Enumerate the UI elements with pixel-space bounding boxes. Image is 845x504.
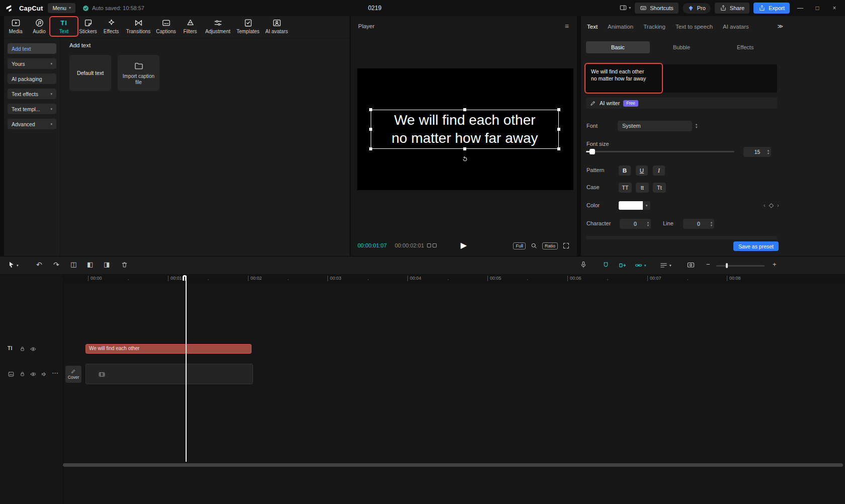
color-picker[interactable]: ▾: [619, 201, 650, 210]
video-clip[interactable]: [86, 364, 253, 384]
tab-ai-avatars[interactable]: AI avatars: [723, 24, 749, 30]
timeline-zoom-slider[interactable]: [716, 265, 765, 267]
selection-handle[interactable]: [369, 147, 372, 150]
cover-button[interactable]: Cover: [65, 366, 81, 383]
menu-button[interactable]: Menu ▾: [48, 3, 75, 13]
font-size-stepper[interactable]: ▴▾: [768, 149, 769, 155]
case-lower-button[interactable]: tt: [636, 183, 649, 193]
chevron-down-icon[interactable]: ▾: [644, 264, 646, 267]
trim-right-icon[interactable]: ◨: [104, 261, 110, 268]
character-spacing-value[interactable]: 0 ▴▾: [620, 219, 651, 229]
sidebar-item-yours[interactable]: Yours▾: [8, 58, 56, 69]
shortcuts-button[interactable]: Shortcuts: [635, 3, 678, 14]
lock-icon[interactable]: [19, 346, 26, 352]
ribbon-tool-audio[interactable]: Audio: [28, 18, 50, 34]
redo-icon[interactable]: ↷: [53, 261, 59, 268]
linkage-toggle-icon[interactable]: [634, 261, 643, 270]
split-icon[interactable]: ◫: [70, 261, 76, 268]
export-button[interactable]: Export: [753, 3, 790, 14]
font-size-slider-thumb[interactable]: [589, 149, 595, 154]
selection-handle[interactable]: [557, 108, 560, 111]
font-size-slider[interactable]: [586, 151, 734, 152]
trim-left-icon[interactable]: ◧: [87, 261, 93, 268]
share-button[interactable]: Share: [715, 3, 749, 14]
sidebar-item-advanced[interactable]: Advanced▾: [8, 119, 56, 129]
tab-tracking[interactable]: Tracking: [643, 24, 665, 30]
selection-handle[interactable]: [557, 128, 560, 131]
sidebar-item-text-templates[interactable]: Text templ...▾: [8, 104, 56, 114]
ratio-button[interactable]: Ratio: [542, 242, 558, 249]
font-stepper[interactable]: ▴▾: [696, 123, 697, 129]
horizontal-scrollbar[interactable]: [63, 463, 843, 467]
ribbon-tool-media[interactable]: Media: [5, 18, 26, 34]
video-preview[interactable]: We will find each other no matter how fa…: [357, 68, 573, 190]
zoom-out-icon[interactable]: −: [706, 261, 710, 268]
line-stepper[interactable]: ▴▾: [711, 221, 712, 227]
selection-handle[interactable]: [369, 108, 372, 111]
ribbon-tool-filters[interactable]: Filters: [179, 18, 201, 34]
selection-handle[interactable]: [557, 147, 560, 150]
text-clip[interactable]: We will find each other: [86, 344, 251, 354]
color-swatch[interactable]: [619, 201, 643, 210]
full-button[interactable]: Full: [513, 242, 526, 249]
bold-button[interactable]: B: [619, 165, 631, 176]
zoom-slider-thumb[interactable]: [726, 263, 728, 268]
select-tool-icon[interactable]: [7, 261, 16, 269]
subtab-bubble[interactable]: Bubble: [650, 41, 714, 53]
ribbon-tool-ai-avatars[interactable]: AI avatars: [263, 18, 291, 34]
selection-handle[interactable]: [463, 147, 466, 150]
underline-button[interactable]: U: [636, 165, 648, 176]
next-keyframe-icon[interactable]: ›: [777, 202, 779, 208]
subtab-basic[interactable]: Basic: [586, 41, 650, 53]
sidebar-item-ai-packaging[interactable]: AI packaging: [8, 73, 56, 84]
undo-icon[interactable]: ↶: [36, 261, 42, 268]
playhead-line[interactable]: [186, 276, 187, 462]
keyframe-diamond-icon[interactable]: ◇: [769, 202, 774, 209]
chevron-down-icon[interactable]: ▾: [669, 264, 671, 267]
close-button[interactable]: ×: [828, 5, 841, 12]
tab-animation[interactable]: Animation: [608, 24, 633, 30]
import-caption-card[interactable]: Import caption file: [118, 55, 159, 91]
more-tabs-icon[interactable]: ≫: [777, 23, 783, 30]
case-upper-button[interactable]: TT: [619, 183, 632, 193]
delete-icon[interactable]: [121, 261, 128, 269]
tab-text[interactable]: Text: [587, 24, 598, 30]
auto-ripple-toggle-icon[interactable]: [618, 261, 627, 270]
lock-icon[interactable]: [19, 371, 26, 377]
chevron-down-icon[interactable]: ▾: [643, 201, 650, 210]
subtab-effects[interactable]: Effects: [713, 41, 777, 53]
save-as-preset-button[interactable]: Save as preset: [733, 241, 779, 251]
default-text-card[interactable]: Default text: [69, 55, 111, 91]
ribbon-tool-text[interactable]: TI Text: [52, 18, 75, 34]
tab-text-to-speech[interactable]: Text to speech: [675, 24, 713, 30]
line-spacing-value[interactable]: 0 ▴▾: [683, 219, 714, 229]
mute-speaker-icon[interactable]: [41, 371, 48, 378]
sidebar-item-add-text[interactable]: Add text: [8, 43, 56, 54]
playhead-handle[interactable]: [183, 275, 187, 281]
pro-badge[interactable]: Pro: [683, 3, 711, 14]
ribbon-tool-adjustment[interactable]: Adjustment: [202, 18, 233, 34]
layout-toggle-button[interactable]: ▾: [619, 4, 631, 12]
magnetic-toggle-icon[interactable]: [602, 261, 610, 270]
fullscreen-icon[interactable]: [562, 242, 570, 249]
font-dropdown[interactable]: System: [618, 121, 692, 131]
ribbon-tool-templates[interactable]: Templates: [234, 18, 262, 34]
font-size-value[interactable]: 15 ▴▾: [743, 147, 771, 157]
video-overlay-text[interactable]: We will find each other no matter how fa…: [371, 110, 558, 148]
eye-icon[interactable]: [30, 346, 37, 353]
voiceover-mic-icon[interactable]: [579, 261, 587, 269]
preview-zoom-icon[interactable]: [530, 242, 538, 249]
text-input-area[interactable]: We will find each other no matter how fa…: [586, 64, 777, 93]
player-menu-icon[interactable]: ≡: [565, 22, 569, 30]
case-title-button[interactable]: Tt: [653, 183, 666, 193]
sidebar-item-text-effects[interactable]: Text effects▾: [8, 89, 56, 99]
prev-keyframe-icon[interactable]: ‹: [764, 202, 766, 208]
minimize-button[interactable]: —: [794, 5, 807, 12]
ribbon-tool-effects[interactable]: Effects: [100, 18, 123, 34]
screen-capture-icon[interactable]: [687, 261, 695, 270]
zoom-in-icon[interactable]: +: [773, 261, 777, 268]
timeline-ruler[interactable]: 00:00 00:01 00:02 00:03 00:04 00:05 00:0…: [63, 275, 845, 283]
ai-writer-button[interactable]: AI writer Free: [586, 98, 777, 109]
selection-handle[interactable]: [369, 128, 372, 131]
eye-icon[interactable]: [30, 371, 37, 378]
